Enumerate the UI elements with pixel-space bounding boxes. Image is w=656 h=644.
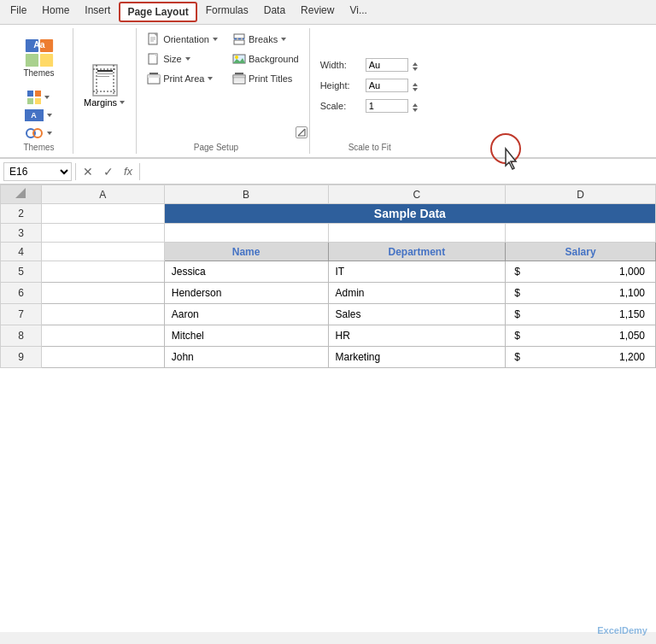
row-header-2[interactable]: 2: [1, 204, 42, 224]
formula-bar: E16 ✕ ✓ fx: [0, 159, 656, 184]
svg-rect-33: [149, 73, 158, 74]
cell-c6[interactable]: Admin: [328, 283, 506, 304]
table-row: 3: [1, 224, 656, 243]
cell-d8[interactable]: $ 1,050: [506, 325, 656, 347]
cell-a7[interactable]: [41, 304, 164, 325]
cell-d6[interactable]: $ 1,100: [506, 283, 656, 304]
table-row: 5 Jessica IT $ 1,000: [1, 261, 656, 283]
width-spinner[interactable]: [411, 59, 419, 71]
menu-review[interactable]: Review: [294, 2, 341, 22]
cell-reference[interactable]: E16: [3, 162, 72, 181]
themes-icon: Aa: [24, 38, 55, 68]
row-header-7[interactable]: 7: [1, 304, 42, 325]
background-button[interactable]: Background: [229, 50, 302, 68]
cell-b2-title[interactable]: Sample Data: [164, 204, 655, 224]
svg-rect-34: [148, 75, 160, 78]
menu-data[interactable]: Data: [257, 2, 292, 22]
svg-marker-22: [120, 101, 125, 104]
row-header-5[interactable]: 5: [1, 261, 42, 283]
font-dropdown-arrow: [45, 108, 54, 122]
size-button[interactable]: Size: [144, 50, 222, 68]
cell-a5[interactable]: [41, 261, 164, 283]
page-setup-expand-button[interactable]: [296, 126, 308, 138]
menu-insert[interactable]: Insert: [78, 2, 117, 22]
cell-d7[interactable]: $ 1,150: [506, 304, 656, 325]
formula-input[interactable]: [144, 164, 653, 179]
menu-file[interactable]: File: [3, 2, 33, 22]
svg-marker-54: [15, 188, 26, 198]
cancel-icon[interactable]: ✕: [79, 165, 97, 179]
row-header-6[interactable]: 6: [1, 283, 42, 304]
cell-d5[interactable]: $ 1,000: [506, 261, 656, 283]
function-icon[interactable]: fx: [120, 165, 136, 178]
cell-a9[interactable]: [41, 347, 164, 368]
cell-b7[interactable]: Aaron: [164, 304, 328, 325]
table-row: 2 Sample Data: [1, 204, 656, 224]
cell-b9[interactable]: John: [164, 347, 328, 368]
cell-a3[interactable]: [41, 224, 164, 243]
ribbon-group-themes: Aa Themes: [5, 28, 73, 154]
svg-marker-10: [47, 114, 52, 117]
cell-c9[interactable]: Marketing: [328, 347, 506, 368]
cell-b6[interactable]: Henderson: [164, 283, 328, 304]
cell-b3[interactable]: [164, 224, 328, 243]
cell-b5[interactable]: Jessica: [164, 261, 328, 283]
confirm-icon[interactable]: ✓: [100, 165, 117, 179]
col-header-b[interactable]: B: [164, 185, 328, 204]
cell-a8[interactable]: [41, 325, 164, 347]
row-header-4[interactable]: 4: [1, 243, 42, 261]
cell-c8[interactable]: HR: [328, 325, 506, 347]
height-input[interactable]: [366, 79, 408, 92]
breaks-arrow: [280, 36, 287, 43]
menu-formulas[interactable]: Formulas: [199, 2, 255, 22]
scale-spinner[interactable]: [411, 100, 419, 112]
col-header-a[interactable]: A: [41, 185, 164, 204]
cell-c4-dept[interactable]: Department: [328, 243, 506, 261]
ribbon: Aa Themes: [0, 25, 656, 159]
cell-d9[interactable]: $ 1,200: [506, 347, 656, 368]
themes-button[interactable]: Aa Themes: [18, 30, 61, 85]
col-header-c[interactable]: C: [328, 185, 506, 204]
table-row: 7 Aaron Sales $ 1,150: [1, 304, 656, 325]
breaks-icon: [232, 32, 246, 46]
cell-a2[interactable]: [41, 204, 164, 224]
cell-a6[interactable]: [41, 283, 164, 304]
print-area-button[interactable]: Print Area: [144, 69, 222, 88]
page-setup-col-left: Orientation Size: [144, 30, 222, 88]
menu-page-layout[interactable]: Page Layout: [119, 2, 196, 22]
svg-rect-8: [35, 98, 41, 104]
row-header-9[interactable]: 9: [1, 347, 42, 368]
print-titles-button[interactable]: Print Titles: [229, 69, 302, 88]
cell-c7[interactable]: Sales: [328, 304, 506, 325]
cell-d3[interactable]: [506, 224, 656, 243]
width-input[interactable]: [366, 58, 408, 72]
margins-button[interactable]: Margins: [80, 61, 129, 109]
orientation-arrow: [212, 36, 219, 43]
svg-marker-13: [47, 132, 52, 135]
cell-a4[interactable]: [41, 243, 164, 261]
scale-group-label: Scale to Fit: [317, 140, 423, 152]
svg-marker-39: [281, 38, 286, 41]
col-header-d[interactable]: D: [506, 185, 656, 204]
row-header-3[interactable]: 3: [1, 224, 42, 243]
row-header-8[interactable]: 8: [1, 325, 42, 347]
height-spinner[interactable]: [411, 79, 419, 91]
breaks-button[interactable]: Breaks: [229, 30, 302, 49]
margins-label: Margins: [84, 97, 117, 108]
cell-c3[interactable]: [328, 224, 506, 243]
cell-b4-name[interactable]: Name: [164, 243, 328, 261]
svg-rect-7: [27, 98, 33, 104]
svg-marker-35: [208, 77, 213, 80]
font-icon: A: [31, 111, 37, 120]
cell-b8[interactable]: Mitchel: [164, 325, 328, 347]
height-row: Height:: [320, 77, 419, 94]
menu-view[interactable]: Vi...: [343, 2, 373, 22]
menu-home[interactable]: Home: [35, 2, 76, 22]
cell-d4-salary[interactable]: Salary: [506, 243, 656, 261]
page-setup-col-right: Breaks Background: [229, 30, 302, 88]
svg-rect-44: [233, 75, 245, 78]
scale-input[interactable]: [366, 99, 408, 113]
svg-rect-19: [97, 70, 113, 72]
cell-c5[interactable]: IT: [328, 261, 506, 283]
orientation-button[interactable]: Orientation: [144, 30, 222, 49]
